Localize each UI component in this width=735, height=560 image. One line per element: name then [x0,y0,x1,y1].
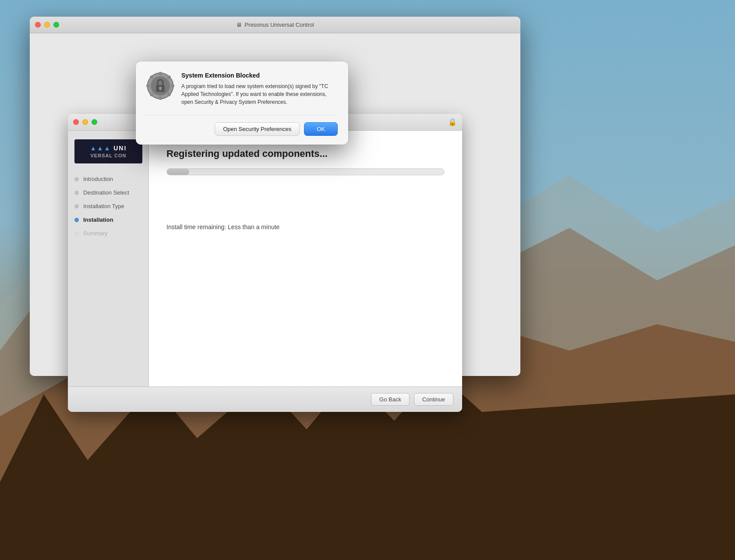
install-time-remaining: Install time remaining: Less than a minu… [166,223,445,230]
installer-minimize-button[interactable] [82,119,88,125]
minimize-button[interactable] [44,22,50,28]
close-button[interactable] [35,22,41,28]
main-window-title: 🖥 Presonus Universal Control [236,21,314,28]
installer-titlebar-buttons [73,119,97,125]
sidebar-dot-installation-type [74,204,79,209]
installer-window: 🔒 ▲▲▲ UNI VERSAL CON Introduction Destin… [68,114,462,412]
sidebar-dot-summary [74,231,79,236]
installer-sidebar: ▲▲▲ UNI VERSAL CON Introduction Destinat… [68,131,149,386]
sidebar-item-summary: Summary [68,227,148,240]
install-title: Registering updated components... [166,148,445,159]
maximize-button[interactable] [53,22,59,28]
sidebar-label-summary: Summary [83,230,108,237]
sidebar-item-introduction: Introduction [68,172,148,186]
svg-rect-17 [171,85,174,87]
logo-text: ▲▲▲ UNI VERSAL CON [90,145,127,159]
security-icon [146,72,174,100]
alert-title: System Extension Blocked [181,72,338,79]
sidebar-logo: ▲▲▲ UNI VERSAL CON [74,139,142,163]
svg-rect-13 [160,88,161,90]
sidebar-label-installation-type: Installation Type [83,203,124,209]
logo-content: ▲▲▲ UNI VERSAL CON [90,145,127,159]
alert-text: System Extension Blocked A program tried… [181,72,338,106]
svg-rect-16 [146,85,150,87]
sidebar-item-installation: Installation [68,213,148,227]
progress-bar-container [166,168,445,175]
open-security-preferences-button[interactable]: Open Security Preferences [215,122,300,136]
ok-button[interactable]: OK [304,122,338,136]
alert-message: A program tried to load new system exten… [181,82,338,106]
sidebar-label-installation: Installation [83,216,113,223]
installer-footer: Go Back Continue [68,386,462,412]
alert-dialog: System Extension Blocked A program tried… [136,61,348,145]
sidebar-dot-installation [74,218,79,222]
svg-rect-15 [159,96,162,100]
alert-body: System Extension Blocked A program tried… [146,72,338,106]
svg-rect-14 [159,72,162,75]
installer-maximize-button[interactable] [92,119,97,125]
installer-close-button[interactable] [73,119,79,125]
titlebar-buttons [35,22,59,28]
alert-buttons: Open Security Preferences OK [146,115,338,136]
continue-button[interactable]: Continue [414,393,453,406]
sidebar-label-destination: Destination Select [83,189,129,196]
sidebar-item-destination: Destination Select [68,186,148,199]
installer-body: ▲▲▲ UNI VERSAL CON Introduction Destinat… [68,131,462,386]
security-icon-svg [146,72,174,100]
sidebar-label-introduction: Introduction [83,176,113,182]
lock-icon: 🔒 [448,118,457,126]
installer-content: Registering updated components... Instal… [149,131,462,386]
sidebar-item-installation-type: Installation Type [68,199,148,213]
sidebar-dot-introduction [74,177,79,181]
go-back-button[interactable]: Go Back [371,393,410,406]
main-window-titlebar: 🖥 Presonus Universal Control [30,17,520,33]
progress-bar-fill [167,169,189,175]
sidebar-dot-destination [74,191,79,195]
monitor-icon: 🖥 [236,21,242,28]
